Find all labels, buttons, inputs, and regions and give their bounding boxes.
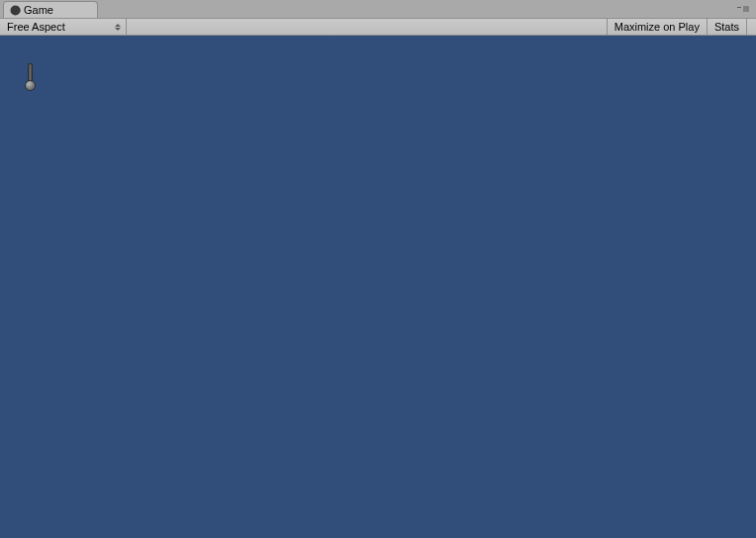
slider-handle <box>25 80 36 91</box>
game-toolbar: Free Aspect Maximize on Play Stats <box>0 18 756 36</box>
toolbar-spacer <box>127 19 608 35</box>
pacman-icon <box>10 5 21 16</box>
svg-rect-2 <box>743 9 749 10</box>
toolbar-end-pad <box>747 19 756 35</box>
aspect-ratio-dropdown[interactable]: Free Aspect <box>0 19 127 35</box>
maximize-on-play-button[interactable]: Maximize on Play <box>608 19 708 35</box>
dropdown-arrows-icon <box>114 24 122 31</box>
svg-rect-1 <box>743 7 749 8</box>
aspect-ratio-label: Free Aspect <box>7 21 114 33</box>
game-object <box>25 63 37 91</box>
stats-label: Stats <box>714 21 739 33</box>
stats-button[interactable]: Stats <box>708 19 747 35</box>
tab-label: Game <box>24 4 53 16</box>
svg-rect-3 <box>743 11 749 12</box>
maximize-label: Maximize on Play <box>614 21 700 33</box>
game-viewport[interactable] <box>0 36 756 538</box>
tab-game[interactable]: Game <box>3 1 98 18</box>
dock-menu-icon[interactable] <box>736 4 750 14</box>
window-dock-options <box>736 0 750 18</box>
tab-bar: Game <box>0 0 756 18</box>
svg-rect-0 <box>737 7 741 8</box>
